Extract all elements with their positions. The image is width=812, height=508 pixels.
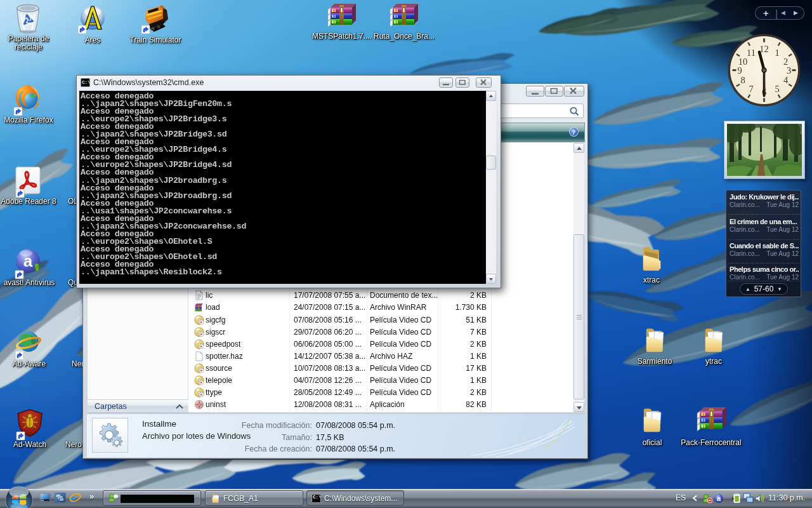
svg-text:8: 8	[740, 75, 745, 85]
svg-text:4: 4	[783, 75, 789, 85]
svg-text:a: a	[23, 251, 33, 271]
svg-text:1: 1	[775, 48, 779, 58]
svg-text:a: a	[717, 495, 721, 502]
svg-text:11: 11	[747, 48, 756, 58]
svg-text:7: 7	[749, 84, 753, 94]
svg-text:3: 3	[787, 65, 791, 76]
svg-text:10: 10	[738, 57, 748, 67]
svg-text:5: 5	[775, 84, 779, 94]
